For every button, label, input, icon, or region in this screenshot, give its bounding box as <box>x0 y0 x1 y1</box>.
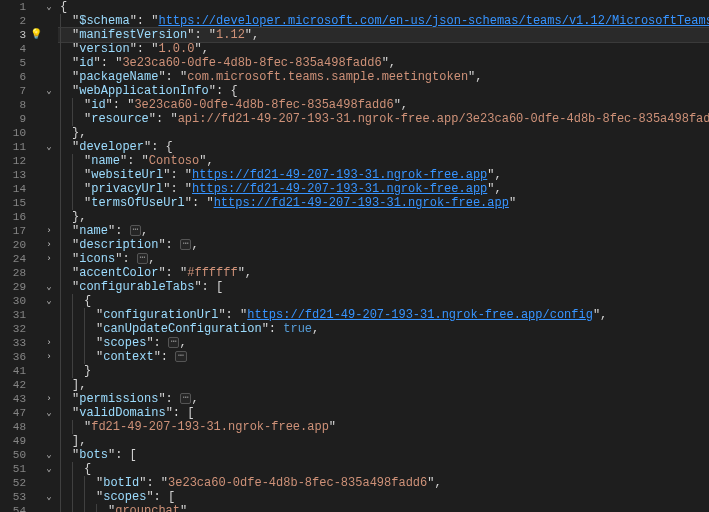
line-number: 47 <box>0 406 28 420</box>
fold-collapsed-icon[interactable]: › <box>42 252 56 266</box>
lightbulb-icon[interactable]: 💡 <box>30 28 42 42</box>
code-line[interactable]: "privacyUrl": "https://fd21-49-207-193-3… <box>58 182 709 196</box>
code-editor[interactable]: 1⌄23💡4567⌄891011⌄121314151617›20›24›2829… <box>0 0 709 512</box>
indent-guide <box>60 70 72 84</box>
code-line[interactable]: { <box>58 294 709 308</box>
line-number: 33 <box>0 336 28 350</box>
code-line[interactable]: ], <box>58 434 709 448</box>
fold-collapsed-icon[interactable]: › <box>42 392 56 406</box>
code-line[interactable]: "icons": ⋯, <box>58 252 709 266</box>
json-link[interactable]: https://fd21-49-207-193-31.ngrok-free.ap… <box>247 308 593 322</box>
json-link[interactable]: https://fd21-49-207-193-31.ngrok-free.ap… <box>192 182 487 196</box>
json-key: packageName <box>79 70 158 84</box>
fold-collapsed-icon[interactable]: › <box>42 350 56 364</box>
json-punct: ", <box>245 28 259 42</box>
code-line[interactable]: "id": "3e23ca60-0dfe-4d8b-8fec-835a498fa… <box>58 98 709 112</box>
code-line[interactable]: "groupchat" <box>58 504 709 512</box>
json-string: #ffffff <box>187 266 237 280</box>
json-key: configurationUrl <box>103 308 218 322</box>
code-line[interactable]: "websiteUrl": "https://fd21-49-207-193-3… <box>58 168 709 182</box>
fold-collapsed-icon[interactable]: › <box>42 238 56 252</box>
code-line[interactable]: "id": "3e23ca60-0dfe-4d8b-8fec-835a498fa… <box>58 56 709 70</box>
folded-region-icon[interactable]: ⋯ <box>175 351 186 362</box>
indent-guide <box>60 182 72 196</box>
indent-guide <box>60 448 72 462</box>
indent-guide <box>60 392 72 406</box>
code-line[interactable]: "developer": { <box>58 140 709 154</box>
code-line[interactable]: { <box>58 0 709 14</box>
code-line[interactable]: "scopes": ⋯, <box>58 336 709 350</box>
indent-guide <box>72 476 84 490</box>
code-line[interactable]: "accentColor": "#ffffff", <box>58 266 709 280</box>
json-link[interactable]: https://fd21-49-207-193-31.ngrok-free.ap… <box>192 168 487 182</box>
code-line[interactable]: "bots": [ <box>58 448 709 462</box>
fold-collapsed-icon[interactable]: › <box>42 224 56 238</box>
line-number: 32 <box>0 322 28 336</box>
code-line[interactable]: "$schema": "https://developer.microsoft.… <box>58 14 709 28</box>
fold-expanded-icon[interactable]: ⌄ <box>42 294 56 308</box>
folded-region-icon[interactable]: ⋯ <box>180 239 191 250</box>
fold-expanded-icon[interactable]: ⌄ <box>42 406 56 420</box>
fold-expanded-icon[interactable]: ⌄ <box>42 462 56 476</box>
fold-collapsed-icon[interactable]: › <box>42 336 56 350</box>
folded-region-icon[interactable]: ⋯ <box>130 225 141 236</box>
json-link[interactable]: https://fd21-49-207-193-31.ngrok-free.ap… <box>214 196 509 210</box>
code-line[interactable]: "botId": "3e23ca60-0dfe-4d8b-8fec-835a49… <box>58 476 709 490</box>
fold-expanded-icon[interactable]: ⌄ <box>42 0 56 14</box>
gutter-row: 5 <box>0 56 58 70</box>
code-line[interactable]: "configurationUrl": "https://fd21-49-207… <box>58 308 709 322</box>
fold-expanded-icon[interactable]: ⌄ <box>42 84 56 98</box>
code-line[interactable]: } <box>58 364 709 378</box>
fold-expanded-icon[interactable]: ⌄ <box>42 490 56 504</box>
gutter-row: 15 <box>0 196 58 210</box>
indent-guide <box>72 182 84 196</box>
code-line[interactable]: "permissions": ⋯, <box>58 392 709 406</box>
folded-region-icon[interactable]: ⋯ <box>137 253 148 264</box>
fold-expanded-icon[interactable]: ⌄ <box>42 280 56 294</box>
code-line[interactable]: "description": ⋯, <box>58 238 709 252</box>
indent-guide <box>60 98 72 112</box>
gutter-row: 16 <box>0 210 58 224</box>
json-punct: ": <box>146 336 168 350</box>
code-line[interactable]: "packageName": "com.microsoft.teams.samp… <box>58 70 709 84</box>
line-number: 43 <box>0 392 28 406</box>
json-key: context <box>103 350 153 364</box>
folded-region-icon[interactable]: ⋯ <box>180 393 191 404</box>
fold-expanded-icon[interactable]: ⌄ <box>42 140 56 154</box>
indent-guide <box>60 350 72 364</box>
indent-guide <box>72 350 84 364</box>
code-line[interactable]: "canUpdateConfiguration": true, <box>58 322 709 336</box>
code-line[interactable]: "validDomains": [ <box>58 406 709 420</box>
json-punct: ": " <box>185 196 214 210</box>
gutter-row: 10 <box>0 126 58 140</box>
code-line[interactable]: }, <box>58 210 709 224</box>
code-line[interactable]: ], <box>58 378 709 392</box>
json-punct: ", <box>194 42 208 56</box>
code-line[interactable]: "fd21-49-207-193-31.ngrok-free.app" <box>58 420 709 434</box>
code-line[interactable]: "configurableTabs": [ <box>58 280 709 294</box>
indent-guide <box>60 406 72 420</box>
code-line[interactable]: "name": "Contoso", <box>58 154 709 168</box>
code-line[interactable]: "termsOfUseUrl": "https://fd21-49-207-19… <box>58 196 709 210</box>
json-string: 3e23ca60-0dfe-4d8b-8fec-835a498fadd6 <box>168 476 427 490</box>
code-line[interactable]: }, <box>58 126 709 140</box>
json-link[interactable]: https://developer.microsoft.com/en-us/js… <box>158 14 709 28</box>
code-line[interactable]: { <box>58 462 709 476</box>
code-line[interactable]: "scopes": [ <box>58 490 709 504</box>
code-line[interactable]: "context": ⋯ <box>58 350 709 364</box>
code-line[interactable]: "resource": "api://fd21-49-207-193-31.ng… <box>58 112 709 126</box>
line-number: 4 <box>0 42 28 56</box>
code-area[interactable]: {"$schema": "https://developer.microsoft… <box>58 0 709 512</box>
code-line[interactable]: "name": ⋯, <box>58 224 709 238</box>
json-punct: ": " <box>218 308 247 322</box>
gutter-row: 24› <box>0 252 58 266</box>
fold-expanded-icon[interactable]: ⌄ <box>42 448 56 462</box>
code-line[interactable]: "webApplicationInfo": { <box>58 84 709 98</box>
json-string: 1.12 <box>216 28 245 42</box>
indent-guide <box>84 322 96 336</box>
code-line[interactable]: "manifestVersion": "1.12", <box>58 28 709 42</box>
code-line[interactable]: "version": "1.0.0", <box>58 42 709 56</box>
folded-region-icon[interactable]: ⋯ <box>168 337 179 348</box>
indent-guide <box>84 350 96 364</box>
json-punct: ": " <box>149 112 178 126</box>
